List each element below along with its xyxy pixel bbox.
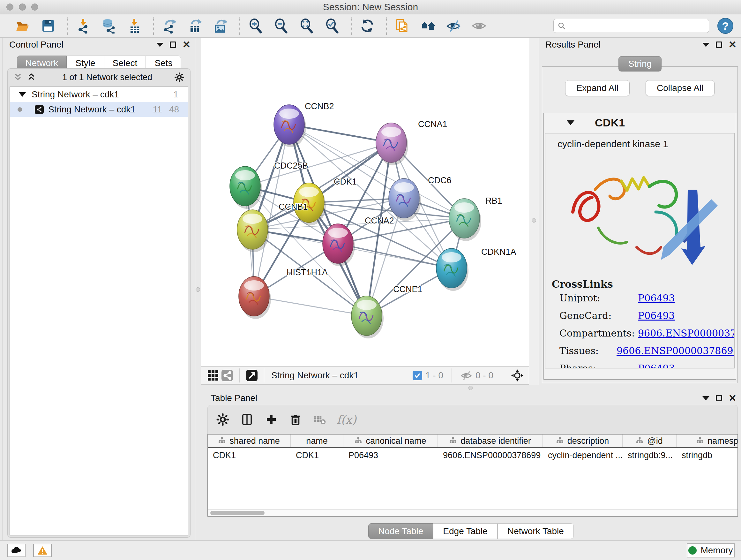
divider-handle[interactable]	[468, 386, 473, 390]
divider-handle[interactable]	[532, 218, 536, 223]
table-cell[interactable]: P06493	[343, 450, 438, 460]
column-header-name[interactable]: name	[291, 435, 343, 447]
table-cell[interactable]: stringdb:9...	[623, 450, 677, 460]
table-cell[interactable]: cyclin-dependent ...	[543, 450, 623, 460]
expand-all-button[interactable]: Expand All	[565, 80, 630, 96]
tab-edge-table[interactable]: Edge Table	[433, 523, 497, 539]
export-image-button[interactable]	[212, 17, 229, 35]
collapse-all-icon[interactable]	[13, 73, 23, 81]
selected-nodes-checkbox-icon[interactable]	[413, 371, 422, 380]
node-label: CCNA1	[418, 119, 448, 129]
panel-close-icon[interactable]: ✕	[729, 393, 737, 403]
panel-float-icon[interactable]	[170, 42, 176, 48]
panel-close-icon[interactable]: ✕	[729, 40, 737, 50]
panel-divider[interactable]	[529, 38, 539, 385]
string-style-button[interactable]	[220, 368, 234, 382]
tab-string-results[interactable]: String	[618, 56, 662, 71]
gene-collapse-icon[interactable]	[567, 120, 575, 125]
panel-menu-icon[interactable]	[702, 396, 710, 400]
show-glass-button[interactable]	[470, 17, 488, 35]
network-node-ccna1[interactable]: CCNA1	[376, 119, 448, 165]
crosslink-value-link[interactable]: P06493	[638, 310, 675, 321]
help-button[interactable]: ?	[718, 18, 733, 34]
show-columns-button[interactable]	[240, 412, 254, 427]
tab-network-table[interactable]: Network Table	[497, 523, 574, 539]
column-header-namespace[interactable]: namespace	[677, 435, 738, 447]
cloud-status-button[interactable]	[7, 544, 25, 557]
zoom-selected-icon	[325, 18, 340, 34]
column-header--id[interactable]: @id	[623, 435, 677, 447]
panel-float-icon[interactable]	[716, 42, 722, 48]
memory-button[interactable]: Memory	[687, 543, 735, 557]
table-cell[interactable]: stringdb	[677, 450, 738, 460]
memory-status-dot-icon	[688, 546, 697, 555]
column-header-shared-name[interactable]: shared name	[208, 435, 291, 447]
network-edge-count: 48	[169, 105, 179, 115]
birds-eye-view-button[interactable]	[206, 368, 220, 382]
expand-all-icon[interactable]	[27, 73, 37, 81]
import-table-button[interactable]	[126, 17, 143, 35]
network-row[interactable]: String Network – cdk1 11 48	[10, 102, 188, 117]
goto-network-button[interactable]	[245, 368, 259, 382]
gene-header-row[interactable]: CDK1	[544, 113, 736, 132]
delete-column-button[interactable]	[288, 412, 303, 427]
crosslink-value-link[interactable]: P06493	[638, 363, 675, 368]
table-options-button[interactable]	[215, 412, 230, 427]
import-network-from-database-button[interactable]	[100, 17, 118, 35]
crosslink-value-link[interactable]: 9606.ENSP00000378699	[616, 345, 735, 356]
warnings-button[interactable]	[33, 544, 52, 557]
network-edge[interactable]	[367, 143, 391, 316]
panel-close-icon[interactable]: ✕	[183, 40, 191, 50]
hide-glass-button[interactable]	[445, 17, 462, 35]
network-node-rb1[interactable]: RB1	[449, 196, 502, 241]
collection-expander-icon[interactable]	[19, 92, 26, 97]
panel-menu-icon[interactable]	[156, 43, 163, 47]
scrollbar-thumb[interactable]	[210, 511, 265, 515]
network-collection-row[interactable]: String Network – cdk1 1	[10, 87, 188, 102]
apply-layout-button[interactable]	[359, 17, 376, 35]
create-column-button[interactable]	[264, 412, 279, 427]
export-table-button[interactable]	[186, 17, 204, 35]
function-builder-button[interactable]: f(x)	[337, 413, 356, 426]
collapse-all-button[interactable]: Collapse All	[646, 80, 715, 96]
import-network-button[interactable]	[75, 17, 92, 35]
zoom-fit-button[interactable]	[298, 17, 315, 35]
crosslink-value-link[interactable]: P06493	[638, 293, 675, 304]
hidden-eye-slash-icon	[460, 368, 472, 382]
crosslink-value-link[interactable]: 9606.ENSP00000378699	[638, 327, 735, 339]
network-node-cdkn1a[interactable]: CDKN1A	[436, 247, 516, 291]
network-edge[interactable]	[245, 143, 391, 186]
table-cell[interactable]: CDK1	[291, 450, 343, 460]
zoom-out-button[interactable]	[273, 17, 290, 35]
table-cell[interactable]: CDK1	[208, 450, 291, 460]
panel-float-icon[interactable]	[716, 395, 722, 401]
network-canvas[interactable]: CCNB2CCNA1CDC25BCDK1CDC6RB1CCNB1CCNA2CDK…	[201, 38, 529, 366]
save-session-button[interactable]	[40, 17, 57, 35]
pan-crosshair-button[interactable]	[510, 368, 524, 382]
divider-handle[interactable]	[196, 287, 200, 292]
search-box[interactable]	[553, 19, 709, 33]
column-header-database-identifier[interactable]: database identifier	[438, 435, 543, 447]
network-options-gear-icon[interactable]	[174, 72, 185, 82]
tab-node-table[interactable]: Node Table	[368, 523, 433, 539]
panel-divider[interactable]	[201, 385, 741, 391]
column-header-canonical-name[interactable]: canonical name	[343, 435, 438, 447]
table-cell[interactable]: 9606.ENSP00000378699	[438, 450, 543, 460]
zoom-selected-button[interactable]	[324, 17, 341, 35]
zoom-in-button[interactable]	[247, 17, 264, 35]
export-network-button[interactable]	[161, 17, 178, 35]
network-node-ccne1[interactable]: CCNE1	[351, 285, 422, 338]
delete-table-button[interactable]	[313, 412, 327, 427]
string-home-button[interactable]	[419, 17, 436, 35]
clone-network-button[interactable]	[394, 17, 411, 35]
table-row[interactable]: CDK1CDK1P064939606.ENSP00000378699cyclin…	[208, 448, 738, 462]
panel-menu-icon[interactable]	[702, 43, 710, 47]
column-header-description[interactable]: description	[543, 435, 623, 447]
network-node-ccna2[interactable]: CCNA2	[323, 216, 394, 266]
warning-icon	[37, 546, 48, 555]
search-input[interactable]	[569, 21, 705, 31]
network-node-ccnb2[interactable]: CCNB2	[274, 102, 334, 147]
open-session-button[interactable]	[14, 17, 31, 35]
panel-divider[interactable]	[195, 38, 201, 540]
table-horizontal-scrollbar[interactable]	[208, 509, 738, 516]
